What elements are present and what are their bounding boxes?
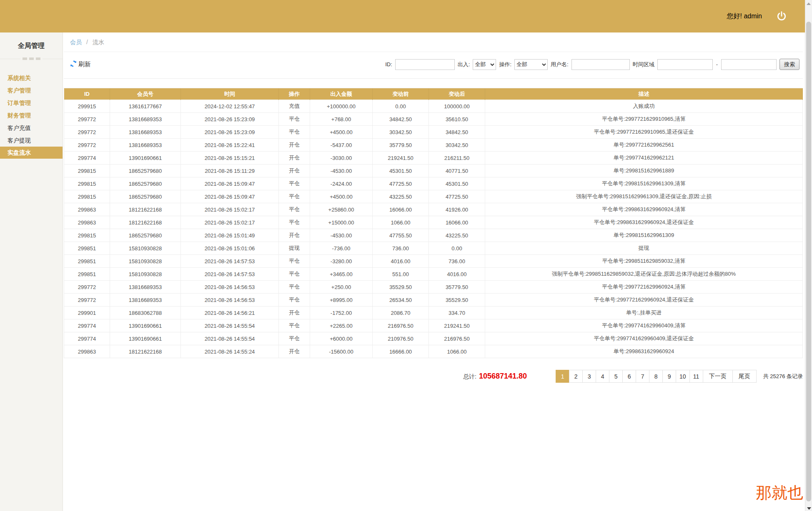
table-cell: 45301.50: [429, 177, 485, 190]
table-cell: 2021-08-26 15:01:49: [181, 229, 279, 242]
table-cell: -3030.00: [310, 152, 373, 165]
table-row: 299772138166893532021-08-26 15:23:09平仓+4…: [64, 126, 803, 139]
username-filter-input[interactable]: [571, 59, 630, 70]
table-cell: 充值: [279, 100, 310, 113]
page-button-10[interactable]: 10: [676, 370, 690, 383]
table-cell: 100000.00: [429, 100, 485, 113]
table-cell: 2021-08-26 15:01:06: [181, 242, 279, 255]
table-cell: 单号:2997741629962121: [485, 152, 803, 165]
table-cell: +4500.00: [310, 126, 373, 139]
table-cell: 平仓单号:2997721629960924,退还保证金: [485, 294, 803, 307]
id-filter-input[interactable]: [395, 59, 455, 70]
table-row: 299863181216221682021-08-26 14:55:24开仓-1…: [64, 345, 803, 358]
table-cell: 平仓: [279, 203, 310, 216]
sidebar-item-客户充值[interactable]: 客户充值: [0, 122, 63, 134]
power-icon[interactable]: [776, 11, 787, 22]
page-button-11[interactable]: 11: [689, 370, 703, 383]
scrollbar-thumb[interactable]: [806, 22, 811, 501]
table-cell: +8995.00: [310, 294, 373, 307]
table-cell: 35779.50: [429, 281, 485, 294]
table-cell: 平仓: [279, 319, 310, 332]
page-button-7[interactable]: 7: [636, 370, 649, 383]
sidebar-divider: [0, 57, 63, 60]
page-button-1[interactable]: 1: [556, 370, 569, 383]
table-cell: 开仓: [279, 345, 310, 358]
column-header: 操作: [279, 88, 310, 100]
greeting-text: 您好! admin: [727, 12, 762, 21]
greeting-label: 您好!: [727, 12, 742, 20]
table-cell: -1752.00: [310, 307, 373, 319]
scrollbar-up-arrow-icon[interactable]: [807, 2, 811, 5]
inout-filter-select[interactable]: 全部: [473, 59, 496, 70]
total-summary: 总计: 105687141.80: [463, 372, 527, 381]
table-cell: 299772: [64, 139, 110, 152]
table-cell: 299772: [64, 113, 110, 126]
column-header: 变动前: [373, 88, 429, 100]
table-cell: 299851: [64, 255, 110, 268]
table-cell: 2021-08-26 15:11:29: [181, 165, 279, 177]
table-cell: 2021-08-26 15:02:17: [181, 203, 279, 216]
refresh-button[interactable]: 刷新: [70, 60, 91, 69]
table-cell: 40771.50: [429, 165, 485, 177]
page-button-3[interactable]: 3: [582, 370, 596, 383]
range-separator: -: [716, 61, 718, 67]
table-cell: 2021-08-26 14:55:54: [181, 332, 279, 345]
table-cell: 2021-08-26 14:57:53: [181, 268, 279, 281]
next-page-button[interactable]: 下一页: [703, 370, 733, 383]
column-header: 会员号: [110, 88, 181, 100]
table-row: 299901186830627882021-08-26 14:56:21开仓-1…: [64, 307, 803, 319]
page-button-6[interactable]: 6: [622, 370, 636, 383]
table-cell: 299772: [64, 294, 110, 307]
table-cell: 299815: [64, 177, 110, 190]
table-row: 299772138166893532021-08-26 15:22:41开仓-5…: [64, 139, 803, 152]
scrollbar[interactable]: [805, 0, 812, 511]
sidebar-item-订单管理[interactable]: 订单管理: [0, 97, 63, 109]
table-cell: 2021-08-26 15:09:47: [181, 190, 279, 203]
page-button-9[interactable]: 9: [662, 370, 676, 383]
table-cell: 平仓单号:2997741629960409,退还保证金: [485, 332, 803, 345]
time-from-input[interactable]: [657, 59, 713, 70]
username-label: admin: [744, 12, 762, 20]
column-header: 时间: [181, 88, 279, 100]
table-cell: 平仓单号:2997721629910965,清算: [485, 113, 803, 126]
table-cell: +3465.00: [310, 268, 373, 281]
table-cell: 18652579680: [110, 190, 181, 203]
table-cell: 299774: [64, 152, 110, 165]
table-cell: 平仓: [279, 332, 310, 345]
op-filter-select[interactable]: 全部: [514, 59, 548, 70]
page-button-8[interactable]: 8: [649, 370, 663, 383]
sidebar-item-系统相关[interactable]: 系统相关: [0, 72, 63, 84]
table-cell: 299815: [64, 229, 110, 242]
last-page-button[interactable]: 尾页: [732, 370, 757, 383]
table-cell: 2021-08-26 15:15:21: [181, 152, 279, 165]
sidebar-item-财务管理[interactable]: 财务管理: [0, 109, 63, 122]
page-button-5[interactable]: 5: [609, 370, 623, 383]
sidebar-item-实盘流水[interactable]: 实盘流水: [0, 147, 63, 159]
table-cell: 提现: [485, 242, 803, 255]
search-button[interactable]: 搜索: [779, 59, 799, 70]
page-button-4[interactable]: 4: [596, 370, 609, 383]
table-row: 299774139016906612021-08-26 14:55:54平仓+2…: [64, 319, 803, 332]
sidebar-item-客户提现[interactable]: 客户提现: [0, 134, 63, 147]
sidebar-item-客户管理[interactable]: 客户管理: [0, 84, 63, 97]
table-cell: 平仓单号:2998631629960924,清算: [485, 203, 803, 216]
table-cell: 0.00: [373, 100, 429, 113]
table-cell: 299815: [64, 190, 110, 203]
table-header-row: ID会员号时间操作出入金额变动前变动后描述: [64, 88, 803, 100]
breadcrumb-link-member[interactable]: 会员: [70, 39, 82, 45]
table-cell: 开仓: [279, 139, 310, 152]
table-cell: 平仓单号:2998631629960924,退还保证金: [485, 216, 803, 229]
table-cell: 2021-08-26 14:55:24: [181, 345, 279, 358]
table-cell: 18652579680: [110, 165, 181, 177]
table-cell: 平仓单号:2997721629960924,清算: [485, 281, 803, 294]
table-cell: 15810930828: [110, 268, 181, 281]
time-to-input[interactable]: [721, 59, 777, 70]
table-cell: 41926.00: [429, 203, 485, 216]
table-cell: 开仓: [279, 165, 310, 177]
page-button-2[interactable]: 2: [569, 370, 583, 383]
table-row: 299772138166893532021-08-26 14:56:53平仓+8…: [64, 294, 803, 307]
total-label: 总计:: [463, 373, 476, 381]
scrollbar-down-arrow-icon[interactable]: [807, 507, 811, 510]
table-cell: 2021-08-26 14:57:53: [181, 255, 279, 268]
filter-bar: ID: 出入: 全部 操作: 全部 用户名: 时间区域 - 搜索: [385, 59, 799, 70]
